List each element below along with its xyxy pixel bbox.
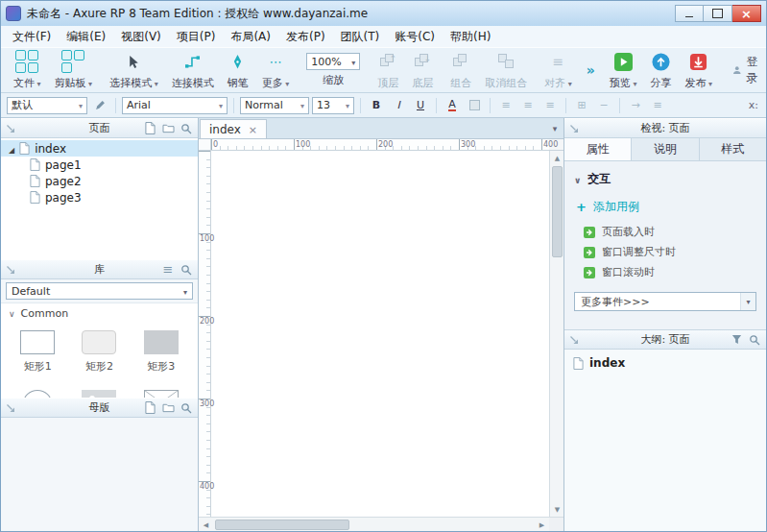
new-file-icon[interactable] — [15, 50, 26, 60]
library-shape-rect1[interactable]: 矩形1 — [7, 325, 68, 384]
file-group-label: 文件 — [13, 76, 41, 90]
print-icon[interactable] — [28, 62, 38, 73]
publish-button[interactable]: 发布 — [678, 48, 719, 92]
menu-team[interactable]: 团队(T) — [333, 27, 388, 47]
font-color-button[interactable]: A — [443, 97, 462, 114]
page-tree-item-page2[interactable]: page2 — [1, 173, 198, 189]
app-logo-icon — [6, 6, 21, 21]
italic-button[interactable]: I — [389, 97, 408, 114]
library-shape-ellipse[interactable] — [7, 384, 68, 398]
bold-button[interactable]: B — [367, 97, 386, 114]
clipboard-tools-group[interactable]: 剪贴板 — [48, 48, 100, 92]
file-tools-group[interactable]: 文件 — [7, 48, 48, 92]
font-family-select[interactable]: Arial — [122, 97, 228, 114]
close-button[interactable] — [732, 5, 761, 22]
interaction-section-header[interactable]: 交互 — [574, 171, 756, 187]
tab-close-icon[interactable] — [249, 123, 257, 136]
add-folder-icon[interactable] — [161, 401, 175, 415]
event-page-load[interactable]: 页面载入时 — [584, 225, 756, 239]
outline-header: 大纲: 页面 — [564, 329, 766, 350]
tab-index[interactable]: index — [200, 119, 267, 138]
copy-icon[interactable] — [61, 62, 72, 73]
window-controls — [675, 5, 761, 22]
library-select[interactable]: Default — [6, 282, 193, 300]
library-shape-rect2[interactable]: 矩形2 — [68, 325, 130, 384]
panel-collapse-icon[interactable] — [569, 124, 579, 133]
library-shape-image[interactable] — [68, 384, 130, 398]
menu-view[interactable]: 视图(V) — [113, 27, 169, 47]
toolbar-expand-button[interactable] — [579, 62, 603, 78]
panel-collapse-icon[interactable] — [6, 403, 15, 413]
font-weight-select[interactable]: Normal — [240, 97, 309, 114]
cut-icon[interactable] — [74, 50, 84, 60]
horizontal-scrollbar[interactable] — [199, 518, 549, 531]
menu-file[interactable]: 文件(F) — [5, 27, 59, 47]
pen-icon — [232, 55, 243, 69]
align-label: 对齐 — [544, 76, 572, 90]
preview-button[interactable]: 预览 — [603, 48, 644, 92]
save-file-icon[interactable] — [15, 62, 26, 73]
zoom-select[interactable]: 100% — [306, 53, 360, 70]
login-button[interactable]: 登录 — [723, 48, 767, 92]
scrollbar-thumb[interactable] — [552, 166, 563, 257]
design-canvas[interactable] — [211, 151, 549, 517]
more-events-dropdown[interactable]: 更多事件>>> — [574, 292, 756, 311]
tab-style[interactable]: 样式 — [700, 138, 766, 160]
tab-overflow-button[interactable] — [546, 118, 563, 138]
pen-tool-button[interactable]: 钢笔 — [221, 48, 255, 92]
panel-collapse-icon[interactable] — [6, 124, 15, 133]
tab-notes[interactable]: 说明 — [632, 138, 699, 160]
scroll-up-icon[interactable] — [550, 151, 564, 165]
outline-item-index[interactable]: index — [564, 353, 766, 373]
search-icon[interactable] — [180, 263, 193, 277]
add-page-icon[interactable] — [143, 122, 156, 135]
connect-mode-button[interactable]: 连接模式 — [165, 48, 221, 92]
paste-icon[interactable] — [61, 50, 72, 60]
select-mode-button[interactable]: 选择模式 — [103, 48, 165, 92]
menu-arrange[interactable]: 布局(A) — [223, 27, 278, 47]
search-icon[interactable] — [748, 333, 761, 347]
panel-collapse-icon[interactable] — [6, 265, 15, 275]
library-section-header[interactable]: Common — [1, 303, 198, 323]
add-case-link[interactable]: 添加用例 — [576, 199, 756, 215]
menu-edit[interactable]: 编辑(E) — [59, 27, 113, 47]
scroll-right-icon[interactable] — [535, 518, 549, 532]
page-tree-item-page1[interactable]: page1 — [1, 157, 198, 173]
expand-arrow-icon[interactable] — [9, 142, 14, 156]
inspector-panel: 检视: 页面 属性 说明 样式 交互 添加用例 页面载入时 — [563, 118, 766, 531]
font-weight-value: Normal — [245, 99, 283, 111]
tab-properties[interactable]: 属性 — [564, 138, 632, 160]
search-icon[interactable] — [180, 122, 193, 135]
style-preset-select[interactable]: 默认 — [7, 97, 87, 114]
maximize-button[interactable] — [704, 5, 732, 22]
share-button[interactable]: 分享 — [643, 48, 678, 92]
menu-publish[interactable]: 发布(P) — [278, 27, 333, 47]
event-window-resize[interactable]: 窗口调整尺寸时 — [584, 245, 756, 259]
library-shape-rect3[interactable]: 矩形3 — [131, 325, 192, 384]
add-master-icon[interactable] — [143, 401, 156, 415]
edit-style-button[interactable] — [90, 97, 109, 114]
library-shape-placeholder[interactable] — [131, 384, 192, 398]
panel-collapse-icon[interactable] — [569, 335, 579, 345]
scroll-left-icon[interactable] — [199, 518, 213, 532]
filter-funnel-icon[interactable] — [730, 333, 743, 347]
more-tools-button[interactable]: ⋯ 更多 — [255, 48, 297, 92]
add-folder-icon[interactable] — [161, 122, 175, 135]
vertical-scrollbar[interactable] — [549, 151, 563, 517]
page-tree-item-page3[interactable]: page3 — [1, 189, 198, 206]
open-file-icon[interactable] — [28, 50, 38, 60]
ruler-number: 100 — [296, 140, 310, 149]
menu-help[interactable]: 帮助(H) — [443, 27, 498, 47]
underline-button[interactable]: U — [411, 97, 430, 114]
page-tree-item-index[interactable]: index — [1, 140, 198, 157]
fill-color-button[interactable] — [465, 97, 484, 114]
event-window-scroll[interactable]: 窗口滚动时 — [584, 265, 756, 279]
menu-project[interactable]: 项目(P) — [169, 27, 224, 47]
scrollbar-thumb[interactable] — [215, 520, 349, 530]
minimize-button[interactable] — [675, 5, 704, 22]
search-icon[interactable] — [180, 401, 193, 415]
scroll-down-icon[interactable] — [550, 502, 564, 517]
font-size-select[interactable]: 13 — [312, 97, 354, 114]
menu-account[interactable]: 账号(C) — [387, 27, 443, 47]
library-menu-icon[interactable] — [161, 263, 175, 277]
